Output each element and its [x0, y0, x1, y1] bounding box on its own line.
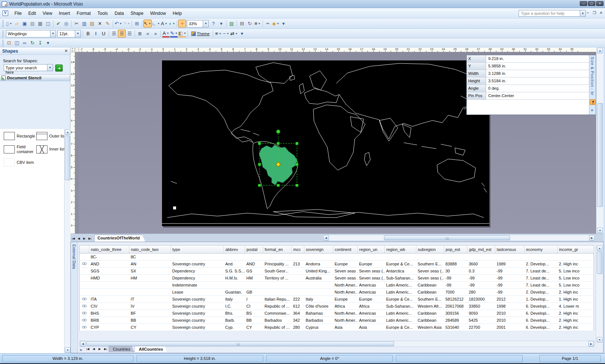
permission-icon[interactable]: ▤	[29, 20, 36, 27]
cut-icon[interactable]: ✂	[73, 20, 80, 27]
decrease-indent-icon[interactable]: «	[144, 30, 152, 37]
canvas-horizontal-scrollbar[interactable]: ◀ ▶	[323, 235, 595, 241]
column-header-pop_est[interactable]: pop_est	[444, 245, 467, 254]
page-tab-countriesoftheworld[interactable]: CountriesOfTheWorld	[94, 235, 145, 242]
column-header-nato_code_three[interactable]: nato_code_three	[89, 245, 129, 254]
save-icon[interactable]: ▣	[21, 20, 29, 27]
column-header-type[interactable]: type	[171, 245, 224, 254]
insert-picture-icon[interactable]: ▨	[228, 20, 235, 27]
stencil-item-rectangle[interactable]: Rectangle	[4, 132, 36, 140]
status-page[interactable]: Page 1/1	[539, 355, 601, 362]
toolbar-overflow-icon[interactable]: ▾	[217, 20, 225, 27]
freeform-tool-icon[interactable]: ◗▼	[168, 20, 176, 27]
scrollbar-thumb[interactable]	[597, 252, 602, 274]
print-preview-icon[interactable]: ◫	[44, 20, 52, 27]
scroll-right-icon[interactable]: ▶	[589, 235, 595, 241]
stencil-item-field-container[interactable]: Field container	[4, 145, 36, 154]
first-tab-icon[interactable]: |◀	[85, 346, 90, 352]
undo-icon[interactable]: ↶▼	[114, 20, 122, 27]
column-header-continent[interactable]: continent	[333, 245, 358, 254]
toolbar-grip[interactable]	[2, 30, 4, 37]
scrollbar-thumb[interactable]	[65, 136, 70, 180]
line-pattern-icon[interactable]: ┈▼	[222, 30, 230, 37]
chevron-down-icon[interactable]: ▼	[119, 22, 122, 25]
sizepos-value[interactable]: 0 deg.	[486, 85, 589, 92]
sizepos-value[interactable]: 9.218 in.	[486, 55, 589, 62]
column-header-nato_code_two[interactable]: nato_code_two	[129, 245, 171, 254]
rotate-icon[interactable]: ↻	[246, 20, 254, 27]
format-painter-icon[interactable]: ✎	[104, 20, 112, 27]
close-icon[interactable]: ✕	[65, 49, 68, 53]
chevron-down-icon[interactable]: ▼	[47, 64, 53, 71]
spelling-icon[interactable]: ✔	[54, 20, 62, 27]
chevron-down-icon[interactable]: ▼	[219, 32, 221, 35]
font-size-value[interactable]: 12pt.	[57, 30, 75, 37]
help-search-input[interactable]: Type a question for help	[519, 10, 580, 17]
small-shape[interactable]	[173, 206, 176, 209]
scroll-right-icon[interactable]: ▶	[588, 341, 594, 347]
font-name-value[interactable]: Wingdings	[6, 30, 50, 37]
chevron-down-icon[interactable]: ▼	[50, 30, 56, 37]
next-page-icon[interactable]: ▶	[82, 236, 87, 242]
print-icon[interactable]: ▦	[36, 20, 44, 27]
zoom-value[interactable]: 33%	[187, 20, 203, 27]
table-row[interactable]: BHSBFSovereign countryBhs.BSCommonwe...3…	[80, 310, 594, 317]
external-data-icon[interactable]: ↧	[36, 39, 44, 47]
scroll-down-icon[interactable]: ▼	[65, 347, 70, 353]
chevron-down-icon[interactable]: ▼	[258, 22, 261, 25]
crop-icon[interactable]: ⊟	[238, 20, 246, 27]
research-icon[interactable]: ◎	[62, 20, 70, 27]
size-position-titlebar[interactable]: Size & Position - br ✕	[589, 55, 596, 115]
line-color-icon[interactable]: ✎▼	[170, 30, 178, 37]
stencil-item-inner-list[interactable]: Inner list	[36, 145, 67, 154]
scroll-left-icon[interactable]: ◀	[323, 235, 329, 241]
fill-shape-icon[interactable]: ◆▼	[272, 20, 280, 27]
column-header-income_gr[interactable]: income_gr	[558, 245, 594, 254]
chevron-down-icon[interactable]: ▼	[75, 30, 81, 37]
menu-view[interactable]: View	[39, 9, 56, 17]
close-icon[interactable]: ✕	[79, 348, 82, 352]
new-document-icon[interactable]: ▯▼	[5, 20, 13, 27]
line-ends-icon[interactable]: ⇄▼	[230, 30, 238, 37]
menu-shape[interactable]: Shape	[127, 9, 147, 17]
shape-properties-icon[interactable]: ⊡	[5, 39, 13, 47]
doc-minimize-button[interactable]: –	[585, 10, 590, 16]
table-row[interactable]: LeaseGuantan.GBNorth Amer...AmericasLati…	[80, 289, 594, 296]
fill-color-icon[interactable]: ◧▼	[178, 30, 186, 37]
column-header-formal_en[interactable]: formal_en	[263, 245, 292, 254]
sizepos-value[interactable]: 3.1288 in.	[486, 70, 589, 77]
menu-insert[interactable]: Insert	[56, 9, 73, 17]
table-row[interactable]: CIVIVSovereign countryI.C.CIRepublic of …	[80, 303, 594, 310]
pushpin-icon[interactable]	[590, 99, 595, 105]
chevron-down-icon[interactable]: ▼	[580, 10, 586, 17]
menu-help[interactable]: Help	[169, 9, 185, 17]
column-header-region_un[interactable]: region_un	[358, 245, 385, 254]
paste-icon[interactable]: ▤	[88, 20, 96, 27]
bold-icon[interactable]: B	[84, 30, 92, 37]
pointer-tool-icon[interactable]: ↖▼	[143, 20, 152, 27]
prev-tab-icon[interactable]: ◀	[91, 346, 96, 352]
sizepos-value[interactable]: 3.5184 in.	[486, 77, 589, 85]
shapes-window-icon[interactable]: ⊞	[133, 20, 141, 27]
menu-file[interactable]: File	[11, 9, 25, 17]
scrollbar-thumb[interactable]	[384, 235, 510, 240]
stencil-item-outer-list[interactable]: Outer list	[36, 132, 67, 140]
column-header-abbrev[interactable]: abbrev	[224, 245, 245, 254]
chevron-down-icon[interactable]: ▼	[128, 22, 130, 25]
text-tool-icon[interactable]: A▼	[160, 20, 168, 27]
toolbar-overflow-icon[interactable]: ▾	[44, 39, 52, 47]
bullets-icon[interactable]: ≣	[136, 30, 144, 37]
canvas-vertical-scrollbar[interactable]: ▲ ▼	[596, 47, 604, 234]
align-right-icon[interactable]: ☰	[126, 30, 133, 37]
chevron-down-icon[interactable]: ▼	[172, 22, 175, 25]
close-button[interactable]: ✕	[596, 1, 604, 6]
shape-search-input[interactable]: Type your search here	[4, 64, 47, 71]
menu-data[interactable]: Data	[111, 9, 127, 17]
data-tab-countries[interactable]: Countries	[109, 346, 134, 352]
data-tab-allcountries[interactable]: AllCountries	[135, 346, 167, 352]
chevron-down-icon[interactable]: ▼	[165, 22, 168, 25]
ink-icon[interactable]: ✒	[264, 20, 272, 27]
toolbar-overflow-icon[interactable]: ▾	[238, 30, 246, 37]
chevron-down-icon[interactable]: ▼	[149, 22, 151, 25]
table-row[interactable]: ITAITSovereign countryItalyIItalian Repu…	[80, 296, 594, 303]
